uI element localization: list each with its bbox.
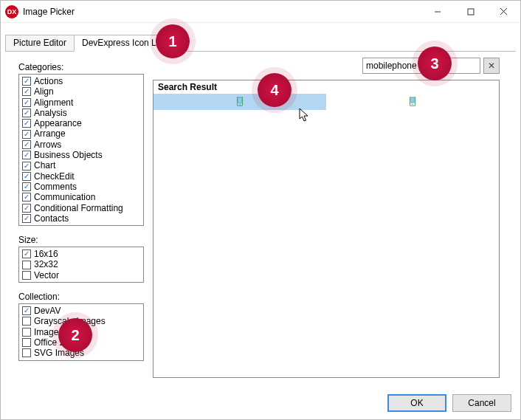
checkbox-icon[interactable] <box>22 77 31 86</box>
collection-item[interactable]: Images <box>22 327 140 337</box>
size-label: 16x16 <box>34 249 58 259</box>
category-label: Business Objects <box>34 150 103 160</box>
category-label: Contacts <box>34 213 69 224</box>
tab-icon-library[interactable]: DevExpress Icon Library <box>74 35 187 52</box>
dialog-buttons: OK Cancel <box>387 394 511 412</box>
close-icon: ✕ <box>488 61 495 71</box>
ok-button[interactable]: OK <box>387 394 446 412</box>
category-label: Comments <box>34 182 77 192</box>
mobilephone-icon <box>408 97 417 107</box>
checkbox-icon[interactable] <box>22 193 31 202</box>
size-label: Size: <box>18 235 144 245</box>
category-item[interactable]: Analysis <box>22 108 140 118</box>
checkbox-icon[interactable] <box>22 87 31 96</box>
collection-label: Grayscale Images <box>34 316 106 326</box>
category-label: Communication <box>34 192 95 202</box>
category-label: Chart <box>34 160 55 171</box>
checkbox-icon[interactable] <box>22 162 31 171</box>
collection-item[interactable]: DevAV <box>22 306 140 316</box>
categories-listbox[interactable]: ActionsAlignAlignmentAnalysisAppearanceA… <box>18 74 144 226</box>
category-item[interactable]: Business Objects <box>22 150 140 160</box>
checkbox-icon[interactable] <box>22 182 31 191</box>
category-label: Alignment <box>34 97 73 108</box>
title-bar: DX Image Picker <box>1 1 520 23</box>
checkbox-icon[interactable] <box>22 271 31 280</box>
collection-item[interactable]: SVG Images <box>22 348 140 358</box>
category-item[interactable]: Alignment <box>22 97 140 108</box>
collection-label: Collection: <box>18 292 144 302</box>
size-item[interactable]: 32x32 <box>22 259 140 269</box>
checkbox-icon[interactable] <box>22 151 31 159</box>
search-row: ✕ <box>362 58 500 74</box>
checkbox-icon[interactable] <box>22 249 31 258</box>
category-item[interactable]: Arrows <box>22 140 140 150</box>
minimize-button[interactable] <box>421 1 454 22</box>
svg-point-6 <box>239 104 240 105</box>
results-panel: Search Result <box>153 80 500 378</box>
svg-rect-8 <box>411 97 414 103</box>
cancel-button[interactable]: Cancel <box>452 394 511 412</box>
checkbox-icon[interactable] <box>22 338 31 347</box>
category-item[interactable]: Comments <box>22 182 140 192</box>
size-item[interactable]: Vector <box>22 270 140 280</box>
result-item[interactable] <box>326 94 499 110</box>
collection-label: DevAV <box>34 306 61 316</box>
checkbox-icon[interactable] <box>22 109 31 117</box>
category-item[interactable]: Conditional Formatting <box>22 203 140 213</box>
result-item[interactable] <box>153 94 326 110</box>
left-panel: Categories: ActionsAlignAlignmentAnalysi… <box>18 62 144 370</box>
categories-label: Categories: <box>18 62 144 72</box>
checkbox-icon[interactable] <box>22 214 31 223</box>
category-item[interactable]: Arrange <box>22 128 140 139</box>
mobilephone-icon <box>235 97 244 107</box>
sizes-listbox[interactable]: 16x1632x32Vector <box>18 247 144 283</box>
size-label: 32x32 <box>34 259 58 269</box>
checkbox-icon[interactable] <box>22 328 31 337</box>
checkbox-icon[interactable] <box>22 348 31 357</box>
checkbox-icon[interactable] <box>22 204 31 213</box>
checkbox-icon[interactable] <box>22 98 31 107</box>
size-label: Vector <box>34 270 59 280</box>
right-panel: ✕ Search Result <box>153 62 508 385</box>
checkbox-icon[interactable] <box>22 261 31 269</box>
svg-rect-5 <box>238 97 241 103</box>
collection-item[interactable]: Grayscale Images <box>22 316 140 326</box>
tab-strip: Picture Editor DevExpress Icon Library <box>1 35 520 51</box>
checkbox-icon[interactable] <box>22 317 31 326</box>
category-label: Analysis <box>34 108 67 118</box>
category-item[interactable]: Appearance <box>22 118 140 128</box>
category-label: Align <box>34 86 54 97</box>
close-button[interactable] <box>487 1 520 22</box>
category-item[interactable]: Actions <box>22 76 140 86</box>
category-label: Arrange <box>34 128 66 139</box>
collections-listbox[interactable]: DevAVGrayscale ImagesImagesOffice 2013SV… <box>18 303 144 360</box>
checkbox-icon[interactable] <box>22 306 31 315</box>
collection-item[interactable]: Office 2013 <box>22 337 140 348</box>
window-title: Image Picker <box>23 7 421 17</box>
results-row <box>153 94 499 110</box>
app-badge-icon: DX <box>5 5 18 18</box>
category-item[interactable]: CheckEdit <box>22 171 140 182</box>
size-item[interactable]: 16x16 <box>22 249 140 259</box>
tab-picture-editor[interactable]: Picture Editor <box>5 35 75 52</box>
results-heading: Search Result <box>153 80 499 94</box>
checkbox-icon[interactable] <box>22 119 31 128</box>
collection-label: SVG Images <box>34 348 84 358</box>
category-label: Arrows <box>34 140 61 150</box>
search-input[interactable] <box>362 58 480 74</box>
checkbox-icon[interactable] <box>22 130 31 139</box>
category-item[interactable]: Contacts <box>22 213 140 224</box>
checkbox-icon[interactable] <box>22 140 31 149</box>
category-label: CheckEdit <box>34 171 75 182</box>
maximize-button[interactable] <box>454 1 487 22</box>
category-label: Actions <box>34 76 63 86</box>
category-item[interactable]: Align <box>22 86 140 97</box>
category-item[interactable]: Chart <box>22 160 140 171</box>
category-item[interactable]: Communication <box>22 192 140 202</box>
window-controls <box>421 1 520 22</box>
collection-label: Images <box>34 327 63 337</box>
checkbox-icon[interactable] <box>22 172 31 181</box>
clear-search-button[interactable]: ✕ <box>483 58 500 74</box>
svg-rect-1 <box>468 9 474 15</box>
category-label: Appearance <box>34 118 82 128</box>
